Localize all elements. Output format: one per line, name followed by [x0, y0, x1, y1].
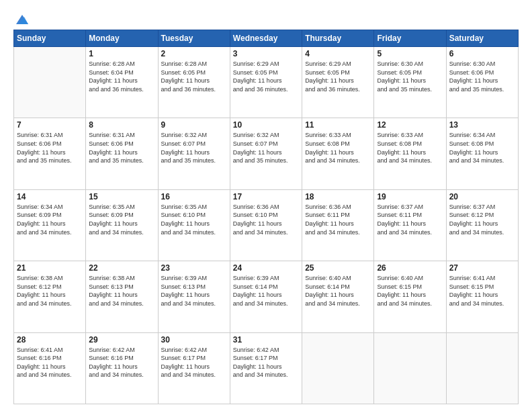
daylight-text-cont: and and 35 minutes.: [233, 156, 299, 165]
daylight-text-cont: and and 34 minutes.: [377, 156, 443, 165]
day-number: 7: [17, 120, 83, 130]
calendar-cell: [446, 332, 518, 404]
day-number: 31: [233, 335, 299, 345]
col-header-saturday: Saturday: [446, 30, 518, 47]
sunset-text: Sunset: 6:12 PM: [449, 211, 515, 220]
sunset-text: Sunset: 6:14 PM: [233, 283, 299, 291]
daylight-text-cont: and and 34 minutes.: [377, 300, 443, 308]
day-info: Sunrise: 6:42 AMSunset: 6:17 PMDaylight:…: [233, 346, 299, 379]
day-number: 21: [17, 263, 83, 273]
calendar-cell: 1Sunrise: 6:28 AMSunset: 6:04 PMDaylight…: [86, 47, 158, 118]
calendar-cell: 26Sunrise: 6:40 AMSunset: 6:15 PMDayligh…: [374, 261, 446, 332]
day-number: 16: [161, 192, 227, 201]
daylight-text: Daylight: 11 hours: [305, 77, 371, 85]
calendar-cell: [374, 332, 446, 404]
calendar-cell: 16Sunrise: 6:35 AMSunset: 6:10 PMDayligh…: [158, 189, 230, 261]
daylight-text-cont: and and 34 minutes.: [377, 228, 443, 237]
sunrise-text: Sunrise: 6:35 AM: [89, 203, 154, 212]
day-number: 25: [305, 263, 371, 273]
col-header-tuesday: Tuesday: [158, 30, 230, 47]
daylight-text-cont: and and 36 minutes.: [89, 85, 154, 94]
daylight-text: Daylight: 11 hours: [233, 77, 299, 85]
daylight-text: Daylight: 11 hours: [305, 148, 371, 157]
daylight-text-cont: and and 35 minutes.: [377, 85, 443, 94]
day-info: Sunrise: 6:39 AMSunset: 6:14 PMDaylight:…: [233, 274, 299, 308]
sunrise-text: Sunrise: 6:32 AM: [161, 131, 227, 140]
day-number: 24: [233, 263, 299, 273]
sunrise-text: Sunrise: 6:39 AM: [161, 274, 227, 283]
day-number: 3: [233, 49, 299, 58]
daylight-text: Daylight: 11 hours: [17, 148, 83, 157]
sunrise-text: Sunrise: 6:34 AM: [449, 131, 515, 140]
daylight-text: Daylight: 11 hours: [161, 291, 227, 300]
sunrise-text: Sunrise: 6:42 AM: [89, 346, 154, 355]
day-info: Sunrise: 6:31 AMSunset: 6:06 PMDaylight:…: [89, 131, 154, 165]
sunrise-text: Sunrise: 6:40 AM: [377, 274, 443, 283]
calendar-cell: 31Sunrise: 6:42 AMSunset: 6:17 PMDayligh…: [230, 332, 302, 404]
calendar-week-row: 1Sunrise: 6:28 AMSunset: 6:04 PMDaylight…: [14, 47, 519, 118]
calendar-cell: 27Sunrise: 6:41 AMSunset: 6:15 PMDayligh…: [446, 261, 518, 332]
day-number: 28: [17, 335, 83, 345]
col-header-monday: Monday: [86, 30, 158, 47]
daylight-text: Daylight: 11 hours: [17, 363, 83, 371]
sunset-text: Sunset: 6:16 PM: [89, 354, 154, 363]
sunrise-text: Sunrise: 6:31 AM: [89, 131, 154, 140]
sunrise-text: Sunrise: 6:29 AM: [233, 60, 299, 68]
sunset-text: Sunset: 6:08 PM: [305, 140, 371, 148]
daylight-text-cont: and and 34 minutes.: [305, 156, 371, 165]
daylight-text: Daylight: 11 hours: [17, 291, 83, 300]
sunset-text: Sunset: 6:06 PM: [89, 140, 154, 148]
sunrise-text: Sunrise: 6:40 AM: [305, 274, 371, 283]
calendar-header-row: SundayMondayTuesdayWednesdayThursdayFrid…: [14, 30, 519, 47]
daylight-text: Daylight: 11 hours: [449, 148, 515, 157]
daylight-text: Daylight: 11 hours: [161, 148, 227, 157]
day-number: 15: [89, 192, 154, 201]
day-info: Sunrise: 6:38 AMSunset: 6:13 PMDaylight:…: [89, 274, 154, 308]
sunset-text: Sunset: 6:07 PM: [161, 140, 227, 148]
daylight-text-cont: and and 34 minutes.: [233, 228, 299, 237]
day-number: 1: [89, 49, 154, 58]
daylight-text: Daylight: 11 hours: [89, 291, 154, 300]
daylight-text: Daylight: 11 hours: [449, 291, 515, 300]
day-info: Sunrise: 6:35 AMSunset: 6:09 PMDaylight:…: [89, 203, 154, 236]
calendar-cell: 6Sunrise: 6:30 AMSunset: 6:06 PMDaylight…: [446, 47, 518, 118]
day-info: Sunrise: 6:34 AMSunset: 6:08 PMDaylight:…: [449, 131, 515, 165]
daylight-text-cont: and and 34 minutes.: [161, 300, 227, 308]
day-info: Sunrise: 6:31 AMSunset: 6:06 PMDaylight:…: [17, 131, 83, 165]
page: SundayMondayTuesdayWednesdayThursdayFrid…: [0, 0, 532, 411]
daylight-text-cont: and and 34 minutes.: [17, 371, 83, 379]
day-number: 27: [449, 263, 515, 273]
daylight-text: Daylight: 11 hours: [449, 220, 515, 228]
daylight-text: Daylight: 11 hours: [377, 220, 443, 228]
sunrise-text: Sunrise: 6:28 AM: [89, 60, 154, 68]
sunset-text: Sunset: 6:07 PM: [233, 140, 299, 148]
day-info: Sunrise: 6:28 AMSunset: 6:05 PMDaylight:…: [161, 60, 227, 93]
day-info: Sunrise: 6:37 AMSunset: 6:12 PMDaylight:…: [449, 203, 515, 236]
day-number: 2: [161, 49, 227, 58]
daylight-text: Daylight: 11 hours: [89, 220, 154, 228]
sunrise-text: Sunrise: 6:36 AM: [305, 203, 371, 212]
calendar-cell: 17Sunrise: 6:36 AMSunset: 6:10 PMDayligh…: [230, 189, 302, 261]
sunset-text: Sunset: 6:13 PM: [89, 283, 154, 291]
daylight-text-cont: and and 34 minutes.: [233, 371, 299, 379]
logo-icon: [15, 12, 30, 27]
daylight-text-cont: and and 34 minutes.: [17, 300, 83, 308]
daylight-text: Daylight: 11 hours: [233, 363, 299, 371]
sunrise-text: Sunrise: 6:33 AM: [305, 131, 371, 140]
daylight-text: Daylight: 11 hours: [233, 148, 299, 157]
sunrise-text: Sunrise: 6:38 AM: [17, 274, 83, 283]
daylight-text-cont: and and 34 minutes.: [305, 228, 371, 237]
sunrise-text: Sunrise: 6:41 AM: [17, 346, 83, 355]
col-header-sunday: Sunday: [14, 30, 86, 47]
sunset-text: Sunset: 6:11 PM: [377, 211, 443, 220]
sunrise-text: Sunrise: 6:42 AM: [161, 346, 227, 355]
calendar-cell: 28Sunrise: 6:41 AMSunset: 6:16 PMDayligh…: [14, 332, 86, 404]
day-info: Sunrise: 6:28 AMSunset: 6:04 PMDaylight:…: [89, 60, 154, 93]
sunset-text: Sunset: 6:12 PM: [17, 283, 83, 291]
day-number: 18: [305, 192, 371, 201]
day-info: Sunrise: 6:33 AMSunset: 6:08 PMDaylight:…: [377, 131, 443, 165]
daylight-text-cont: and and 34 minutes.: [233, 300, 299, 308]
sunrise-text: Sunrise: 6:36 AM: [233, 203, 299, 212]
header: [13, 12, 519, 24]
sunrise-text: Sunrise: 6:41 AM: [449, 274, 515, 283]
